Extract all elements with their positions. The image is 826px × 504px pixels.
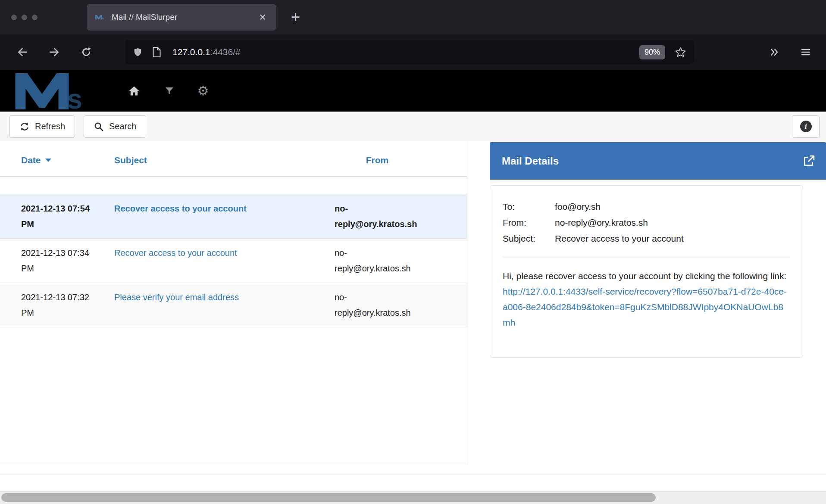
url-text: 127.0.0.1:4436/#	[172, 47, 241, 57]
recovery-link[interactable]: http://127.0.0.1:4433/self-service/recov…	[503, 286, 787, 327]
forward-button[interactable]	[46, 44, 63, 61]
browser-tab-bar: s Mail // MailSlurper × +	[0, 0, 826, 34]
subject-value: Recover access to your account	[555, 230, 684, 246]
app-header: s ⚙	[0, 70, 826, 112]
url-bar[interactable]: 127.0.0.1:4436/# 90%	[125, 40, 694, 64]
mailslurper-favicon-icon: s	[95, 14, 106, 21]
sort-desc-icon	[45, 159, 51, 162]
mail-row-date: 2021-12-13 07:54 PM	[0, 201, 114, 232]
mail-row-date: 2021-12-13 07:32 PM	[0, 289, 114, 320]
url-host: 127.0.0.1	[172, 47, 210, 57]
mail-row-date: 2021-12-13 07:34 PM	[0, 245, 114, 276]
mail-row-subject-link[interactable]: Recover access to your account	[114, 204, 247, 213]
main-content: Date Subject From 2021-12-13 07:54 PM Re…	[0, 141, 826, 475]
mail-meta-to: To: foo@ory.sh	[503, 199, 790, 215]
tab-title: Mail // MailSlurper	[112, 12, 257, 22]
back-button[interactable]	[14, 44, 31, 61]
info-icon: i	[800, 121, 812, 132]
reload-button[interactable]	[78, 44, 95, 61]
open-external-icon[interactable]	[803, 155, 815, 167]
gear-icon[interactable]: ⚙	[194, 82, 212, 100]
refresh-button[interactable]: Refresh	[9, 115, 75, 138]
mail-details-title: Mail Details	[502, 155, 803, 167]
column-header-date-label: Date	[21, 155, 41, 165]
to-value: foo@ory.sh	[555, 199, 601, 215]
column-header-subject[interactable]: Subject	[114, 155, 335, 165]
subject-label: Subject:	[503, 230, 555, 246]
window-controls[interactable]	[11, 15, 38, 20]
browser-window: s Mail // MailSlurper × +	[0, 0, 826, 504]
url-port-path: :4436/#	[210, 47, 241, 57]
mail-body-text: Hi, please recover access to your accoun…	[503, 271, 786, 281]
search-icon	[94, 121, 104, 132]
window-minimize-dot[interactable]	[22, 15, 27, 20]
home-icon[interactable]	[125, 82, 143, 100]
mail-list: Date Subject From 2021-12-13 07:54 PM Re…	[0, 141, 467, 465]
window-maximize-dot[interactable]	[32, 15, 38, 20]
from-value: no-reply@ory.kratos.sh	[555, 215, 648, 230]
mail-list-row[interactable]: 2021-12-13 07:34 PM Recover access to yo…	[0, 238, 467, 283]
mail-body: Hi, please recover access to your accoun…	[503, 268, 790, 330]
zoom-level-badge[interactable]: 90%	[639, 45, 665, 59]
search-button-label: Search	[109, 121, 136, 131]
mail-meta-from: From: no-reply@ory.kratos.sh	[503, 215, 790, 230]
mail-meta-subject: Subject: Recover access to your account	[503, 230, 790, 246]
mail-row-from: no-reply@ory.kratos.sh	[335, 245, 420, 276]
to-label: To:	[503, 199, 555, 215]
info-button[interactable]: i	[792, 115, 820, 138]
mail-list-row[interactable]: 2021-12-13 07:54 PM Recover access to yo…	[0, 194, 467, 238]
column-header-date[interactable]: Date	[0, 155, 114, 165]
search-button[interactable]: Search	[84, 115, 146, 138]
mail-details-panel: Mail Details To: foo@ory.sh From: no-re	[490, 141, 826, 358]
footer-divider	[0, 475, 826, 475]
column-header-from[interactable]: From	[335, 155, 420, 165]
browser-nav-bar: 127.0.0.1:4436/# 90%	[0, 34, 826, 70]
new-tab-button[interactable]: +	[291, 9, 300, 25]
mail-row-subject-link[interactable]: Please verify your email address	[114, 292, 239, 302]
mail-row-from: no-reply@ory.kratos.sh	[335, 289, 420, 320]
refresh-button-label: Refresh	[35, 121, 65, 131]
refresh-icon	[19, 121, 30, 132]
horizontal-scrollbar[interactable]	[0, 491, 826, 504]
overflow-chevrons-icon[interactable]	[768, 47, 780, 57]
mail-list-header: Date Subject From	[0, 141, 467, 177]
mail-list-body: 2021-12-13 07:54 PM Recover access to yo…	[0, 194, 467, 327]
mail-details-card: To: foo@ory.sh From: no-reply@ory.kratos…	[490, 185, 803, 358]
horizontal-scrollbar-thumb[interactable]	[1, 493, 656, 502]
mail-row-from: no-reply@ory.kratos.sh	[335, 201, 420, 232]
mail-row-subject-link[interactable]: Recover access to your account	[114, 248, 237, 258]
mail-details-header: Mail Details	[490, 142, 826, 180]
card-divider	[503, 257, 790, 257]
page-toolbar: Refresh Search i	[0, 112, 826, 141]
svg-text:s: s	[67, 84, 83, 110]
filter-icon[interactable]	[161, 82, 178, 100]
page-info-icon[interactable]	[152, 47, 161, 57]
shield-icon[interactable]	[133, 47, 143, 57]
window-close-dot[interactable]	[11, 15, 17, 20]
browser-tab[interactable]: s Mail // MailSlurper ×	[87, 4, 276, 31]
mailslurper-logo: s	[12, 72, 100, 110]
menu-hamburger-icon[interactable]	[800, 47, 811, 57]
from-label: From:	[503, 215, 555, 230]
svg-text:s: s	[102, 16, 104, 20]
tab-close-icon[interactable]: ×	[257, 12, 268, 23]
bookmark-star-icon[interactable]	[675, 47, 686, 58]
mail-list-row[interactable]: 2021-12-13 07:32 PM Please verify your e…	[0, 283, 467, 327]
